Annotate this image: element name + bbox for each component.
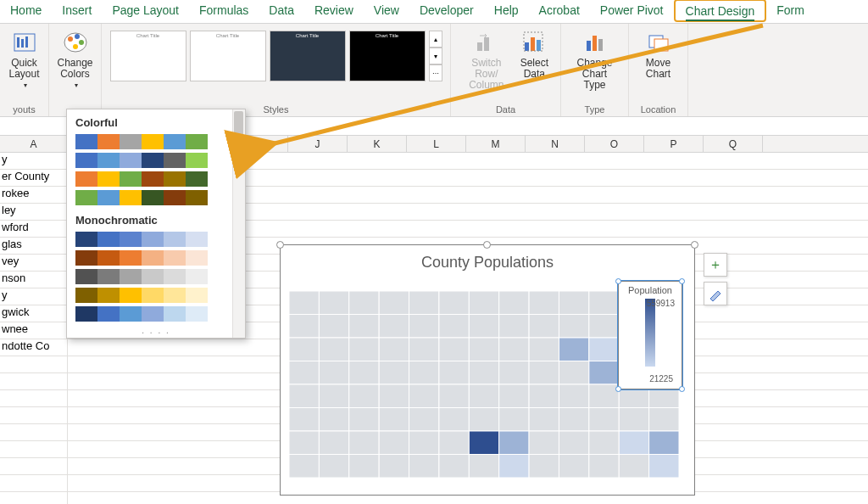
svg-rect-99 (319, 431, 348, 455)
tab-insert[interactable]: Insert (52, 0, 102, 23)
color-swatch (75, 269, 97, 284)
svg-rect-66 (499, 361, 529, 385)
monochromatic-palette-option[interactable] (67, 267, 245, 286)
column-header[interactable]: N (526, 136, 585, 152)
dropdown-scrollbar[interactable] (232, 109, 245, 338)
cell[interactable]: ley (0, 204, 68, 220)
quick-layout-button[interactable]: Quick Layout ▾ (3, 27, 44, 91)
cell[interactable]: er County (0, 170, 68, 186)
change-colors-button[interactable]: Change Colors ▾ (52, 27, 97, 91)
tab-power-pivot[interactable]: Power Pivot (590, 0, 674, 23)
chart-legend[interactable]: Population 559913 21225 (618, 281, 682, 389)
color-swatch (75, 190, 97, 205)
colorful-palette-option[interactable] (67, 132, 245, 151)
gallery-down-button[interactable]: ▾ (429, 48, 442, 64)
cell[interactable]: wford (0, 221, 68, 237)
cell[interactable]: glas (0, 238, 68, 254)
svg-rect-39 (469, 315, 498, 339)
svg-rect-86 (319, 408, 348, 432)
svg-rect-17 (598, 39, 603, 51)
color-swatch (142, 153, 164, 168)
colorful-palette-option[interactable] (67, 151, 245, 170)
color-swatch (75, 232, 97, 247)
color-swatch (97, 306, 120, 322)
chart-title[interactable]: County Populations (281, 245, 694, 277)
svg-rect-24 (409, 291, 439, 315)
chevron-down-icon: ▾ (75, 81, 78, 89)
column-header[interactable]: L (407, 136, 466, 152)
tab-view[interactable]: View (364, 0, 409, 23)
cell[interactable]: y (0, 288, 68, 305)
column-header[interactable]: M (466, 136, 526, 152)
chart-style-thumb[interactable]: Chart Title (110, 31, 186, 81)
monochromatic-palette-option[interactable] (67, 230, 245, 249)
color-swatch (75, 134, 97, 149)
tab-developer[interactable]: Developer (409, 0, 484, 23)
change-chart-type-label: Change Chart Type (573, 58, 616, 92)
select-data-label: Select Data (520, 58, 548, 80)
tab-acrobat[interactable]: Acrobat (529, 0, 590, 23)
cell[interactable]: gwick (0, 305, 68, 322)
svg-rect-28 (529, 291, 559, 315)
svg-rect-91 (469, 408, 498, 432)
cell[interactable]: ndotte Co (0, 339, 68, 356)
group-chart-styles: Chart Title Chart Title Chart Title Char… (102, 24, 451, 116)
color-swatch (142, 171, 164, 187)
color-swatch (75, 153, 97, 168)
chart-elements-button[interactable]: ＋ (704, 253, 727, 277)
color-swatch (120, 190, 142, 205)
change-chart-type-button[interactable]: Change Chart Type (568, 27, 621, 93)
tab-formulas[interactable]: Formulas (189, 0, 259, 23)
cell[interactable]: y (0, 153, 68, 169)
color-swatch (120, 269, 142, 284)
chart-style-thumb[interactable]: Chart Title (190, 31, 266, 81)
group-quick-layout: Quick Layout ▾ youts (0, 24, 49, 116)
column-header[interactable]: Q (704, 136, 763, 152)
column-header[interactable]: A (0, 136, 68, 152)
cell[interactable]: rokee (0, 187, 68, 203)
tab-chart-design[interactable]: Chart Design (674, 0, 767, 22)
tab-review[interactable]: Review (304, 0, 364, 23)
column-header[interactable]: O (585, 136, 644, 152)
svg-rect-20 (289, 291, 319, 315)
svg-rect-67 (529, 361, 559, 385)
column-header[interactable]: J (288, 136, 348, 152)
svg-rect-60 (319, 361, 348, 385)
color-swatch (75, 306, 97, 322)
move-chart-button[interactable]: Move Chart (640, 27, 677, 81)
gallery-more-button[interactable]: ⋯ (429, 64, 442, 81)
tab-form[interactable]: Form (766, 0, 815, 23)
cell[interactable]: wnee (0, 322, 68, 339)
cell[interactable]: nson (0, 272, 68, 288)
column-header[interactable]: K (348, 136, 407, 152)
svg-rect-64 (439, 361, 469, 385)
chart-style-thumb[interactable]: Chart Title (270, 31, 346, 81)
tab-page-layout[interactable]: Page Layout (102, 0, 189, 23)
change-colors-label: Change Colors (57, 58, 92, 80)
monochromatic-palette-option[interactable] (67, 305, 245, 323)
colorful-palette-option[interactable] (67, 170, 245, 188)
tab-help[interactable]: Help (484, 0, 529, 23)
svg-rect-16 (593, 36, 597, 51)
tab-data[interactable]: Data (259, 0, 304, 23)
chart-style-thumb[interactable]: Chart Title (349, 31, 426, 81)
svg-rect-34 (319, 315, 348, 339)
svg-rect-103 (439, 431, 469, 455)
color-swatch (142, 250, 164, 266)
tab-home[interactable]: Home (0, 0, 52, 23)
cell[interactable]: vey (0, 255, 68, 271)
column-header[interactable]: P (644, 136, 704, 152)
svg-rect-13 (537, 40, 541, 51)
monochromatic-section-title: Monochromatic (67, 207, 245, 230)
chart-styles-gallery[interactable]: Chart Title Chart Title Chart Title Char… (110, 27, 442, 81)
monochromatic-palette-option[interactable] (67, 286, 245, 305)
group-type: Change Chart Type Type (561, 24, 629, 116)
chart-styles-button[interactable] (704, 282, 727, 305)
svg-rect-85 (289, 408, 319, 432)
select-data-button[interactable]: Select Data (515, 27, 554, 93)
gallery-up-button[interactable]: ▴ (429, 31, 442, 48)
chart-object[interactable]: County Populations Population 559913 212… (280, 244, 695, 496)
monochromatic-palette-option[interactable] (67, 249, 245, 267)
colorful-palette-option[interactable] (67, 188, 245, 207)
color-swatch (120, 306, 142, 322)
